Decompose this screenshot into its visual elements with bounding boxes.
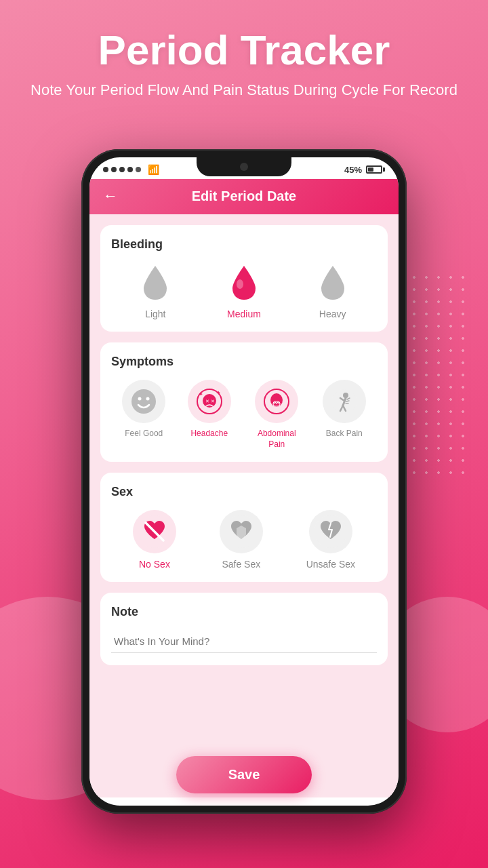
- symptoms-options: Feel Good ✦: [111, 380, 377, 450]
- unsafe-sex-icon: [314, 515, 348, 549]
- phone-notch: [197, 157, 291, 176]
- battery-body: [366, 165, 382, 174]
- signal-dot-5: [136, 167, 141, 172]
- headache-icon-wrap: ✦ ✦ ✕ ✕: [188, 380, 231, 423]
- sex-title: Sex: [111, 485, 377, 499]
- note-input[interactable]: [111, 630, 377, 653]
- feel-good-label: Feel Good: [125, 429, 163, 439]
- page-title: Period Tracker: [14, 27, 474, 73]
- bleeding-medium-label: Medium: [227, 309, 261, 319]
- page-subtitle: Note Your Period Flow And Pain Status Du…: [14, 80, 474, 101]
- symptom-headache[interactable]: ✦ ✦ ✕ ✕ Headache: [188, 380, 231, 439]
- back-pain-icon: [331, 388, 358, 415]
- back-button[interactable]: ←: [103, 187, 125, 205]
- safe-sex-icon-wrap: [220, 510, 263, 553]
- svg-text:✦: ✦: [199, 391, 203, 397]
- drop-heavy-icon: [316, 262, 350, 303]
- bleeding-light-label: Light: [145, 309, 165, 319]
- phone-mockup: 📶 45% ← Edit Period Date: [81, 149, 407, 814]
- svg-text:✕: ✕: [211, 399, 215, 403]
- page-header: Period Tracker Note Your Period Flow And…: [0, 0, 488, 115]
- svg-point-0: [237, 279, 243, 289]
- sex-unsafe-sex[interactable]: Unsafe Sex: [306, 510, 355, 570]
- signal-dot-4: [127, 167, 133, 172]
- wifi-icon: 📶: [148, 164, 159, 175]
- bleeding-light[interactable]: Light: [138, 262, 172, 319]
- status-right: 45%: [344, 165, 385, 175]
- sex-no-sex[interactable]: No Sex: [133, 510, 176, 570]
- abdominal-pain-label: Abdominal Pain: [253, 429, 300, 450]
- safe-sex-icon: [224, 515, 258, 549]
- svg-point-1: [131, 389, 156, 414]
- battery-fill: [368, 167, 373, 172]
- note-card: Note: [100, 593, 388, 665]
- sex-safe-sex[interactable]: Safe Sex: [220, 510, 263, 570]
- abdominal-pain-icon-wrap: [255, 380, 298, 423]
- bleeding-card: Bleeding Light: [100, 225, 388, 332]
- symptoms-title: Symptoms: [111, 355, 377, 369]
- bleeding-title: Bleeding: [111, 237, 377, 252]
- symptoms-card: Symptoms: [100, 342, 388, 462]
- save-button-container: Save: [176, 756, 312, 793]
- feel-good-icon: [130, 388, 157, 415]
- bleeding-heavy-label: Heavy: [319, 309, 346, 319]
- no-sex-label: No Sex: [139, 559, 170, 570]
- headache-label: Headache: [190, 429, 228, 439]
- signal-dot-3: [119, 167, 125, 172]
- sex-options: No Sex: [111, 510, 377, 570]
- feel-good-icon-wrap: [122, 380, 165, 423]
- note-title: Note: [111, 605, 377, 619]
- app-header-title: Edit Period Date: [192, 189, 296, 204]
- back-pain-icon-wrap: [323, 380, 366, 423]
- drop-medium-icon: [227, 262, 261, 303]
- battery-tip: [383, 167, 385, 172]
- bleeding-heavy[interactable]: Heavy: [316, 262, 350, 319]
- abdominal-pain-icon: [263, 388, 290, 415]
- app-header: ← Edit Period Date: [89, 179, 399, 214]
- phone-screen: 📶 45% ← Edit Period Date: [89, 157, 399, 806]
- headache-icon: ✦ ✦ ✕ ✕: [196, 388, 223, 415]
- svg-point-2: [138, 397, 142, 401]
- back-pain-label: Back Pain: [326, 429, 363, 439]
- drop-light-icon: [138, 262, 172, 303]
- unsafe-sex-icon-wrap: [309, 510, 352, 553]
- bleeding-medium[interactable]: Medium: [227, 262, 261, 319]
- svg-point-3: [146, 397, 150, 401]
- signal-dot-1: [103, 167, 108, 172]
- signal-dot-2: [111, 167, 117, 172]
- save-button[interactable]: Save: [176, 756, 312, 793]
- signal-dots: 📶: [103, 164, 159, 175]
- no-sex-icon-wrap: [133, 510, 176, 553]
- phone-outer-frame: 📶 45% ← Edit Period Date: [81, 149, 407, 814]
- app-content: Bleeding Light: [89, 214, 399, 797]
- symptom-back-pain[interactable]: Back Pain: [323, 380, 366, 439]
- battery-percent: 45%: [344, 165, 362, 175]
- battery-icon: [366, 165, 385, 174]
- symptom-feel-good[interactable]: Feel Good: [122, 380, 165, 439]
- svg-text:✕: ✕: [205, 399, 209, 403]
- bleeding-options: Light Medium: [111, 262, 377, 319]
- no-sex-icon: [138, 515, 171, 549]
- camera-cutout: [240, 163, 248, 171]
- safe-sex-label: Safe Sex: [222, 559, 260, 570]
- unsafe-sex-label: Unsafe Sex: [306, 559, 355, 570]
- symptom-abdominal-pain[interactable]: Abdominal Pain: [253, 380, 300, 450]
- svg-text:✦: ✦: [216, 390, 221, 396]
- sex-card: Sex: [100, 473, 388, 582]
